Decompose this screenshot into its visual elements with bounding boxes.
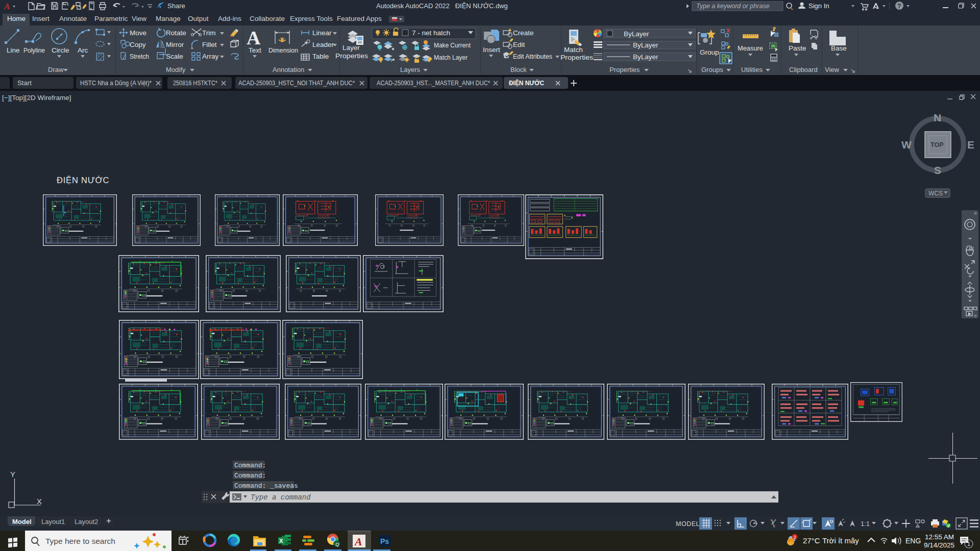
svg-text:Clipboard: Clipboard bbox=[789, 66, 818, 73]
svg-text:Make Current: Make Current bbox=[434, 41, 471, 49]
svg-text:1:1: 1:1 bbox=[861, 520, 870, 528]
svg-text:Circle: Circle bbox=[52, 46, 69, 54]
svg-text:Copy: Copy bbox=[130, 41, 146, 48]
svg-text:Leader: Leader bbox=[312, 41, 334, 48]
svg-text:Fillet: Fillet bbox=[202, 41, 217, 48]
svg-text:Ps: Ps bbox=[380, 537, 389, 545]
svg-text:Collaborate: Collaborate bbox=[250, 15, 285, 22]
svg-text:Match: Match bbox=[564, 46, 583, 54]
svg-text:Layout1: Layout1 bbox=[41, 518, 65, 525]
svg-text:MODEL: MODEL bbox=[676, 520, 700, 528]
svg-text:Layout2: Layout2 bbox=[75, 518, 98, 525]
svg-text:Manage: Manage bbox=[156, 15, 181, 22]
svg-text:Output: Output bbox=[188, 15, 209, 22]
svg-text:Trim: Trim bbox=[202, 29, 216, 37]
svg-text:Properties: Properties bbox=[335, 52, 368, 60]
svg-text:Base: Base bbox=[831, 44, 847, 52]
svg-text:Array: Array bbox=[202, 53, 219, 60]
svg-text:ByLayer: ByLayer bbox=[633, 53, 658, 61]
svg-text:Utilities: Utilities bbox=[741, 66, 763, 73]
svg-text:Block: Block bbox=[510, 66, 527, 73]
svg-text:Properties: Properties bbox=[609, 66, 640, 73]
svg-text:Line: Line bbox=[7, 46, 20, 54]
svg-text:?: ? bbox=[897, 3, 901, 10]
svg-text:Draw: Draw bbox=[48, 66, 64, 73]
svg-text:A: A bbox=[247, 27, 261, 48]
svg-text:Move: Move bbox=[130, 29, 146, 37]
svg-text:ENG: ENG bbox=[905, 537, 921, 545]
svg-text:Rotate: Rotate bbox=[166, 29, 186, 37]
svg-text:Create: Create bbox=[513, 29, 534, 37]
svg-text:View: View bbox=[132, 15, 146, 22]
svg-text:Autodesk AutoCAD 2022 ĐIỆN N: Autodesk AutoCAD 2022 ĐIỆN NƯỚC.dwg bbox=[376, 2, 508, 10]
svg-text:Insert: Insert bbox=[32, 15, 50, 22]
svg-text:A: A bbox=[354, 535, 362, 548]
svg-text:Start: Start bbox=[17, 79, 32, 87]
svg-text:Match Layer: Match Layer bbox=[434, 54, 468, 61]
svg-text:A: A bbox=[4, 2, 10, 11]
svg-text:Mirror: Mirror bbox=[166, 41, 184, 48]
svg-text:7 - net hatch: 7 - net hatch bbox=[412, 29, 450, 37]
svg-text:ByLayer: ByLayer bbox=[624, 30, 649, 38]
svg-text:Type here to search: Type here to search bbox=[45, 537, 115, 545]
svg-text:Insert: Insert bbox=[483, 46, 500, 54]
svg-text:Dimension: Dimension bbox=[268, 46, 298, 54]
svg-text:Annotate: Annotate bbox=[59, 15, 87, 22]
svg-text:Arc: Arc bbox=[78, 46, 88, 54]
svg-text:Linear: Linear bbox=[312, 29, 332, 37]
svg-text:ĐIỆN NƯỚC: ĐIỆN NƯỚC bbox=[509, 79, 544, 87]
svg-text:Home: Home bbox=[7, 15, 26, 22]
svg-text:Stretch: Stretch bbox=[130, 53, 149, 60]
svg-text:27°C: 27°C bbox=[803, 536, 820, 545]
svg-text:Paste: Paste bbox=[789, 44, 806, 52]
svg-text:X: X bbox=[279, 538, 283, 544]
svg-text:Sign In: Sign In bbox=[808, 2, 829, 10]
svg-text:Polyline: Polyline bbox=[23, 46, 45, 54]
svg-text:2: 2 bbox=[794, 535, 796, 540]
svg-text:ACAD-250903_HSTC_NOI THAT_ANH: ACAD-250903_HSTC_NOI THAT_ANH DUC* bbox=[238, 79, 355, 87]
svg-text:Q: Q bbox=[335, 542, 339, 547]
svg-text:Layer: Layer bbox=[342, 44, 360, 52]
svg-text:Scale: Scale bbox=[166, 53, 183, 60]
svg-text:Featured Apps: Featured Apps bbox=[337, 15, 382, 22]
svg-text:Measure: Measure bbox=[738, 44, 763, 52]
svg-text:Group: Group bbox=[700, 48, 719, 56]
svg-text:Edit: Edit bbox=[513, 41, 525, 48]
svg-text:Parametric: Parametric bbox=[94, 15, 128, 22]
svg-text:Text: Text bbox=[249, 46, 261, 54]
svg-text:ACAD-250903_HST..._MASTER_ANH: ACAD-250903_HST..._MASTER_ANH DUC* bbox=[377, 79, 490, 87]
svg-text:Edit Attributes: Edit Attributes bbox=[513, 53, 552, 60]
svg-text:Type a keyword or phrase: Type a keyword or phrase bbox=[696, 3, 770, 10]
svg-text:250816 HSTKTC*: 250816 HSTKTC* bbox=[173, 79, 217, 87]
svg-text:Trời ít mây: Trời ít mây bbox=[822, 536, 859, 545]
svg-text:Layers: Layers bbox=[400, 66, 421, 73]
svg-text:1: 1 bbox=[967, 541, 970, 547]
svg-text:Groups: Groups bbox=[701, 66, 723, 73]
svg-text:HSTC Nha a Dũng (A Việt)*: HSTC Nha a Dũng (A Việt)* bbox=[80, 79, 152, 87]
svg-text:Express Tools: Express Tools bbox=[290, 15, 333, 22]
svg-text:ByLayer: ByLayer bbox=[633, 41, 658, 49]
svg-text:Annotation: Annotation bbox=[273, 66, 304, 73]
svg-text:Model: Model bbox=[12, 518, 32, 525]
svg-text:12:55 AM: 12:55 AM bbox=[925, 533, 954, 541]
svg-text:Table: Table bbox=[312, 53, 329, 60]
svg-text:Properties: Properties bbox=[560, 54, 593, 61]
svg-text:Add-ins: Add-ins bbox=[218, 15, 241, 22]
svg-text:9/14/2025: 9/14/2025 bbox=[924, 541, 954, 549]
svg-text:Share: Share bbox=[167, 2, 185, 10]
svg-text:Modify: Modify bbox=[166, 66, 186, 73]
svg-text:View: View bbox=[825, 66, 840, 73]
